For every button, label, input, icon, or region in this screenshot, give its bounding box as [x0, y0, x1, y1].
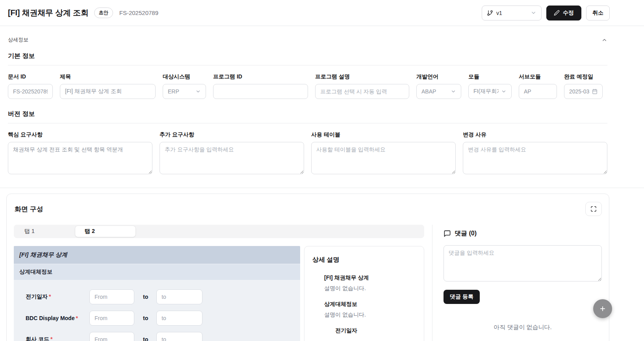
version-info-heading: 버전 정보 [8, 110, 607, 123]
submodule-input[interactable] [519, 84, 557, 99]
page-title: [FI] 채권채무 상계 조회 [8, 7, 89, 18]
comment-submit-button[interactable]: 댓글 등록 [444, 290, 480, 304]
chevron-down-icon [501, 89, 507, 94]
to-label: to [143, 315, 148, 321]
bdc-mode-to-input[interactable] [156, 311, 202, 326]
chevron-down-icon [451, 89, 456, 94]
company-code-from-input[interactable] [89, 332, 134, 341]
field-core-req: 핵심 요구사항 채권채무 상계 전표 조회 및 선택 항목 역분개 [8, 131, 152, 174]
form-row-label: BDC Display Mode* [26, 315, 89, 321]
comments-empty-message: 아직 댓글이 없습니다. [444, 324, 602, 331]
status-badge: 초안 [94, 7, 113, 18]
dev-lang-select[interactable]: ABAP [416, 84, 461, 99]
description-item-text: 설명이 없습니다. [324, 311, 416, 319]
target-system-select[interactable]: ERP [163, 84, 206, 99]
to-label: to [143, 336, 148, 341]
form-body: 전기일자* to BDC Display Mode* to [14, 280, 300, 341]
field-label: 완료 예정일 [564, 73, 603, 80]
screen-composition-card: 화면 구성 탭 1 탭 2 [FI] 채권채무 상계 상계대체정보 전기일자* [6, 194, 609, 341]
form-row-bdc-mode: BDC Display Mode* to [26, 311, 292, 326]
document-code: FS-202520789 [119, 9, 158, 16]
program-desc-input[interactable] [315, 84, 409, 99]
field-label: 변경 사유 [463, 131, 607, 138]
posting-date-to-input[interactable] [156, 289, 202, 304]
field-label: 대상시스템 [163, 73, 206, 80]
basic-info-heading: 기본 정보 [8, 52, 607, 65]
field-label: 문서 ID [8, 73, 53, 80]
field-change-reason: 변경 사유 [463, 131, 607, 174]
description-item-title: [FI] 채권채무 상계 [324, 274, 416, 281]
fullscreen-button[interactable] [585, 202, 602, 216]
required-asterisk: * [49, 293, 51, 300]
to-label: to [143, 294, 148, 300]
required-asterisk: * [76, 315, 78, 321]
detail-description-heading: 상세 설명 [312, 256, 416, 264]
cancel-button-label: 취소 [592, 9, 603, 17]
calendar-icon [592, 89, 598, 94]
form-row-label: 전기일자* [26, 293, 89, 300]
field-label: 제목 [60, 73, 156, 80]
posting-date-from-input[interactable] [89, 289, 134, 304]
change-reason-textarea[interactable] [463, 142, 607, 174]
section-divider [0, 188, 644, 188]
description-item-text: 설명이 없습니다. [324, 285, 416, 292]
field-dev-lang: 개발언어 ABAP [416, 73, 461, 99]
target-system-value: ERP [168, 88, 179, 95]
field-due-date: 완료 예정일 2025-03-16 [564, 73, 603, 99]
chevron-up-icon[interactable] [601, 37, 607, 43]
field-module: 모듈 FI(재무회계) [468, 73, 512, 99]
field-label: 모듈 [468, 73, 512, 80]
doc-id-input[interactable] [8, 84, 53, 99]
form-row-company-code: 회사 코드* to [26, 332, 292, 341]
version-select-value: v1 [496, 10, 502, 16]
field-program-id: 프로그램 ID [213, 73, 308, 99]
form-group-title: 상계대체정보 [14, 264, 300, 280]
tables-textarea[interactable] [311, 142, 456, 174]
cancel-button[interactable]: 취소 [586, 6, 610, 20]
sap-screen-form-panel: [FI] 채권채무 상계 상계대체정보 전기일자* to BDC Display… [14, 246, 300, 341]
description-item: [FI] 채권채무 상계 설명이 없습니다. [324, 274, 416, 292]
field-label: 사용 테이블 [311, 131, 456, 138]
bdc-mode-from-input[interactable] [89, 311, 134, 326]
field-label: 개발언어 [416, 73, 461, 80]
floating-add-button[interactable]: + [593, 299, 612, 318]
tab-1[interactable]: 탭 1 [15, 226, 75, 237]
form-row-posting-date: 전기일자* to [26, 289, 292, 304]
description-item-title: 전기일자 [335, 327, 416, 334]
pencil-icon [554, 10, 560, 16]
speech-bubble-icon [444, 230, 451, 237]
field-label: 프로그램 ID [213, 73, 308, 80]
basic-info-fields: 문서 ID 제목 대상시스템 ERP 프로그램 ID 프로그램 설명 개발언어 [8, 73, 607, 99]
tab-2[interactable]: 탭 2 [75, 226, 135, 237]
company-code-to-input[interactable] [156, 332, 202, 341]
program-id-input[interactable] [213, 84, 308, 99]
screen-card-body: 탭 1 탭 2 [FI] 채권채무 상계 상계대체정보 전기일자* to [14, 225, 602, 341]
detail-section: 상세정보 기본 정보 문서 ID 제목 대상시스템 ERP 프로그램 ID [0, 26, 644, 174]
description-items: [FI] 채권채무 상계 설명이 없습니다. 상계대체정보 설명이 없습니다. … [312, 274, 416, 334]
description-item: 상계대체정보 설명이 없습니다. [324, 301, 416, 319]
version-select[interactable]: v1 [482, 6, 542, 20]
module-select[interactable]: FI(재무회계) [468, 84, 512, 99]
description-item: 전기일자 [324, 327, 416, 334]
git-branch-icon [487, 10, 493, 16]
chevron-down-icon [195, 89, 201, 94]
screen-composition-heading: 화면 구성 [14, 205, 43, 214]
field-extra-req: 추가 요구사항 [160, 131, 304, 174]
edit-button[interactable]: 수정 [546, 6, 581, 20]
header-actions: v1 수정 취소 [482, 6, 610, 20]
field-label: 추가 요구사항 [160, 131, 304, 138]
due-date-value: 2025-03-16 [569, 88, 590, 95]
form-panel-title: [FI] 채권채무 상계 [14, 246, 300, 264]
core-req-textarea[interactable]: 채권채무 상계 전표 조회 및 선택 항목 역분개 [8, 142, 152, 174]
field-label: 서브모듈 [519, 73, 557, 80]
extra-req-textarea[interactable] [160, 142, 304, 174]
due-date-picker[interactable]: 2025-03-16 [564, 84, 603, 99]
dev-lang-value: ABAP [421, 88, 436, 95]
edit-button-label: 수정 [563, 9, 574, 17]
chevron-down-icon [531, 10, 536, 16]
comments-panel: 댓글 (0) 댓글 등록 아직 댓글이 없습니다. [432, 225, 602, 341]
title-input[interactable] [60, 84, 156, 99]
comment-input[interactable] [444, 245, 602, 281]
required-asterisk: * [50, 336, 52, 341]
detail-section-header[interactable]: 상세정보 [8, 36, 607, 43]
